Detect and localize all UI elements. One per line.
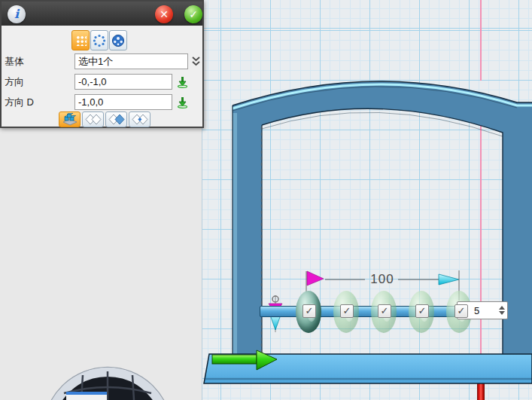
pick-direction-icon[interactable] <box>177 76 188 88</box>
spherical-pattern-button[interactable] <box>109 30 127 50</box>
instance-checkbox[interactable]: ✓ <box>378 304 391 318</box>
subtract-diamonds-icon <box>108 113 125 126</box>
base-selection-input[interactable]: 选中1个 <box>74 53 188 69</box>
diamonds-blue-button[interactable] <box>105 111 127 127</box>
circular-pattern-icon <box>93 34 106 47</box>
dimension-label[interactable]: 100 <box>366 272 399 287</box>
dimension-arrow-handle[interactable] <box>439 274 459 285</box>
diamonds-white-button[interactable] <box>82 111 104 127</box>
dimension-flag-handle[interactable] <box>307 271 324 285</box>
field-label: 基体 <box>5 53 24 69</box>
spinner-up-icon[interactable] <box>499 306 505 310</box>
instance-checkbox[interactable]: ✓ <box>302 304 316 318</box>
rectangular-pattern-button[interactable] <box>71 30 90 50</box>
pick-direction-icon[interactable] <box>177 96 188 108</box>
dialog-titlebar: i ✕ ✓ <box>2 2 202 26</box>
direction-input[interactable]: -0,-1,0 <box>74 74 172 90</box>
cyan-handle[interactable] <box>270 315 281 330</box>
spinner-down-icon[interactable] <box>499 311 505 315</box>
field-row-base: 基体 选中1个 <box>2 53 205 69</box>
direction-d-input[interactable]: -1,0,0 <box>74 94 172 110</box>
circular-pattern-button[interactable] <box>90 30 108 50</box>
boolean-option-buttons <box>59 111 150 127</box>
intersect-diamonds-icon <box>132 113 148 126</box>
diamonds-intersect-button[interactable] <box>129 111 150 127</box>
instance-checkbox[interactable]: ✓ <box>415 304 429 318</box>
merge-solids-button[interactable] <box>59 111 81 127</box>
pattern-dialog: i ✕ ✓ <box>0 0 204 128</box>
field-label: 方向 <box>5 74 24 90</box>
field-label: 方向 D <box>5 94 34 110</box>
nav-sphere-face <box>66 395 107 400</box>
count-spinner[interactable] <box>497 302 507 319</box>
instance-checkbox[interactable]: ✓ <box>454 304 468 318</box>
info-icon[interactable]: i <box>8 5 26 23</box>
expander-chevrons-icon[interactable] <box>190 56 202 68</box>
confirm-button[interactable]: ✓ <box>184 5 202 23</box>
pattern-type-tabs <box>71 30 127 50</box>
field-row-direction-d: 方向 D -1,0,0 <box>2 94 205 110</box>
cancel-button[interactable]: ✕ <box>155 5 173 23</box>
spherical-pattern-icon <box>111 34 125 47</box>
instance-checkbox[interactable]: ✓ <box>340 304 354 318</box>
nav-sphere-face-edge <box>66 392 107 395</box>
nav-sphere[interactable] <box>44 368 172 400</box>
cad-application-window: ✓ ✓ ✓ ✓ 5 ✓ 100 i ✕ ✓ <box>0 0 532 400</box>
rectangular-pattern-icon <box>75 35 87 46</box>
merge-solids-icon <box>62 113 78 126</box>
union-diamonds-icon <box>85 113 102 126</box>
field-row-direction: 方向 -0,-1,0 <box>2 74 205 90</box>
